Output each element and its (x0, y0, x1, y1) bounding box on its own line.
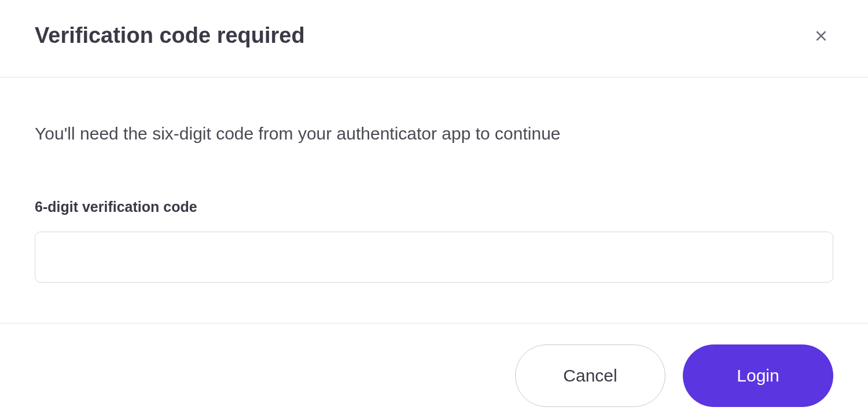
modal-footer: Cancel Login (0, 323, 868, 418)
close-button[interactable] (809, 24, 833, 48)
modal-body: You'll need the six-digit code from your… (0, 78, 868, 323)
modal-header: Verification code required (0, 0, 868, 78)
code-field-label: 6-digit verification code (35, 199, 833, 215)
cancel-button[interactable]: Cancel (515, 344, 665, 407)
login-button[interactable]: Login (683, 344, 833, 407)
modal-title: Verification code required (35, 23, 305, 48)
description-text: You'll need the six-digit code from your… (35, 124, 833, 144)
verification-code-input[interactable] (35, 232, 833, 283)
close-icon (814, 28, 829, 43)
